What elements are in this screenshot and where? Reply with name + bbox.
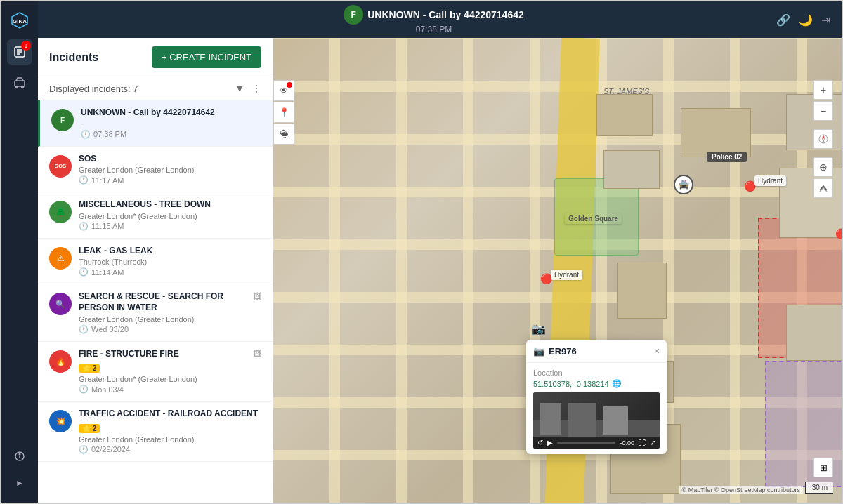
theme-toggle-icon[interactable]: 🌙 (799, 13, 813, 27)
police-unit-label[interactable]: Police 02 (707, 152, 747, 162)
video-play-icon[interactable]: ▶ (547, 439, 553, 446)
incident-icon: 🔥 (49, 350, 72, 373)
top-bar: F UNKNOWN - Call by 44220714642 07:38 PM… (38, 1, 842, 38)
incident-time: 07:38 PM (416, 25, 452, 34)
map-scale: 30 m (805, 482, 833, 494)
incident-icon: SOS (49, 155, 72, 178)
layers-button[interactable]: ⊞ (813, 458, 833, 477)
nav-expand[interactable]: ► (7, 475, 32, 491)
map-area[interactable]: Golden Square (273, 38, 842, 503)
building (596, 94, 653, 136)
priority-badge: ⭐ 2 (79, 364, 100, 373)
hydrant-label: Hydrant (754, 175, 786, 186)
incidents-controls: ▼ ⋮ (235, 83, 261, 94)
map-eye-button[interactable]: 👁 (273, 80, 294, 101)
nav-vehicles[interactable] (7, 70, 32, 95)
incident-location: Greater London (Greater London) (79, 435, 261, 444)
incident-time: 🕐11:15 AM (79, 222, 261, 231)
top-bar-center: F UNKNOWN - Call by 44220714642 07:38 PM (91, 5, 776, 34)
incident-icon: 🌲 (49, 201, 72, 223)
nav-incidents[interactable]: 1 (7, 39, 32, 65)
map-pin-button[interactable]: 📍 (273, 102, 294, 123)
incident-info: UNKNOWN - Call by 44220714642 - 🕐07:38 P… (81, 107, 261, 139)
incident-info: FIRE - STRUCTURE FIRE ⭐ 2 Greater London… (79, 349, 246, 394)
incident-item[interactable]: 🔍 SEARCH & RESCUE - SEARCH FOR PERSON IN… (38, 284, 273, 341)
er976-map-icon: 📷 (532, 322, 546, 336)
video-expand-icon[interactable]: ⤢ (650, 439, 655, 446)
nav-bottom: ► (7, 444, 32, 497)
svg-rect-6 (15, 81, 25, 86)
svg-text:GINA: GINA (13, 18, 27, 25)
incident-name: LEAK - GAS LEAK (79, 246, 261, 257)
incident-location: Greater London (Greater London) (79, 315, 246, 324)
building (603, 150, 660, 189)
incidents-panel: Incidents + CREATE INCIDENT Displayed in… (38, 38, 273, 503)
incident-time: 🕐11:14 AM (79, 267, 261, 277)
filter-icon[interactable]: ▼ (235, 83, 244, 94)
location-button[interactable]: ⊕ (813, 157, 833, 177)
incident-item[interactable]: 🔥 FIRE - STRUCTURE FIRE ⭐ 2 Greater Lond… (38, 342, 273, 402)
incidents-count: Displayed incidents: 7 (49, 84, 138, 94)
image-icon: 🖼 (253, 349, 261, 359)
incident-title: UNKNOWN - Call by 44220714642 (367, 9, 524, 20)
image-icon: 🖼 (253, 291, 261, 301)
incident-location: Thurrock (Thurrock) (79, 258, 261, 266)
incident-location: Greater London (Greater London) (79, 166, 261, 174)
popup-video[interactable]: ↺ ▶ -0:00 ⛶ ⤢ (533, 392, 660, 449)
create-incident-button[interactable]: + CREATE INCIDENT (152, 46, 261, 68)
incident-time: 🕐02/29/2024 (79, 445, 261, 454)
popup-body: Location 51.510378, -0.138214 🌐 (526, 363, 667, 454)
svg-point-11 (19, 453, 20, 455)
more-options-icon[interactable]: ⋮ (251, 83, 261, 94)
main-area: F UNKNOWN - Call by 44220714642 07:38 PM… (38, 1, 842, 503)
incident-time: 🕐07:38 PM (81, 130, 261, 139)
svg-marker-14 (822, 139, 825, 143)
svg-point-8 (22, 86, 24, 88)
incident-time: 🕐Mon 03/4 (79, 385, 246, 394)
video-progress[interactable] (557, 442, 615, 444)
incident-name: SEARCH & RESCUE - SEARCH FOR PERSON IN W… (79, 291, 246, 313)
incident-time: 🕐Wed 03/20 (79, 325, 246, 334)
incident-sub: - (81, 119, 261, 128)
compass-button[interactable] (813, 129, 833, 149)
map-controls: + − ⊕ (813, 80, 833, 198)
zoom-in-button[interactable]: + (813, 80, 833, 100)
video-replay-icon[interactable]: ↺ (537, 439, 543, 446)
exit-icon[interactable]: ⇥ (821, 13, 830, 27)
incident-info: LEAK - GAS LEAK Thurrock (Thurrock) 🕐11:… (79, 246, 261, 277)
incident-info: MISCELLANEOUS - TREE DOWN Greater London… (79, 199, 261, 231)
incident-name: FIRE - STRUCTURE FIRE (79, 349, 246, 360)
incidents-title: Incidents (49, 51, 98, 64)
video-controls: ↺ ▶ -0:00 ⛶ ⤢ (533, 437, 660, 449)
incident-info: SEARCH & RESCUE - SEARCH FOR PERSON IN W… (79, 291, 246, 333)
incident-info: SOS Greater London (Greater London) 🕐11:… (79, 154, 261, 185)
incident-time: 🕐11:17 AM (79, 175, 261, 185)
popup-location-label: Location (533, 369, 660, 377)
popup-close-button[interactable]: × (654, 345, 660, 357)
incident-item[interactable]: F UNKNOWN - Call by 44220714642 - 🕐07:38… (38, 100, 273, 147)
police-marker[interactable]: 🚔 (674, 175, 693, 194)
area-label-stjames: ST. JAMES'S (600, 86, 653, 97)
map-weather-button[interactable]: 🌦 (273, 124, 294, 145)
priority-badge: ⭐ 2 (79, 424, 100, 433)
alert-dot (287, 82, 292, 88)
incident-item[interactable]: ⚠ LEAK - GAS LEAK Thurrock (Thurrock) 🕐1… (38, 239, 273, 285)
svg-point-7 (16, 86, 18, 88)
tilt-button[interactable] (813, 178, 833, 198)
incident-item[interactable]: SOS SOS Greater London (Greater London) … (38, 147, 273, 193)
popup-header: 📷 ER976 × (526, 340, 667, 363)
hydrant-label: Hydrant (551, 270, 582, 280)
zoom-out-button[interactable]: − (813, 101, 833, 121)
map-attribution: © MapTiler © OpenStreetMap contributors (679, 486, 804, 494)
link-icon[interactable]: 🔗 (776, 13, 790, 27)
video-time: -0:00 (620, 439, 634, 446)
map-left-controls: 👁 📍 🌦 (273, 80, 294, 145)
incident-info: TRAFFIC ACCIDENT - RAILROAD ACCIDENT ⭐ 2… (79, 409, 261, 454)
incidents-header: Incidents + CREATE INCIDENT (38, 38, 273, 77)
video-fullscreen-icon[interactable]: ⛶ (639, 439, 646, 446)
incident-item[interactable]: 🌲 MISCELLANEOUS - TREE DOWN Greater Lond… (38, 192, 273, 239)
app-logo: GINA (11, 7, 29, 34)
incident-item[interactable]: 💥 TRAFFIC ACCIDENT - RAILROAD ACCIDENT ⭐… (38, 402, 273, 462)
nav-info[interactable] (7, 444, 32, 469)
popup-coords: 51.510378, -0.138214 🌐 (533, 379, 660, 388)
